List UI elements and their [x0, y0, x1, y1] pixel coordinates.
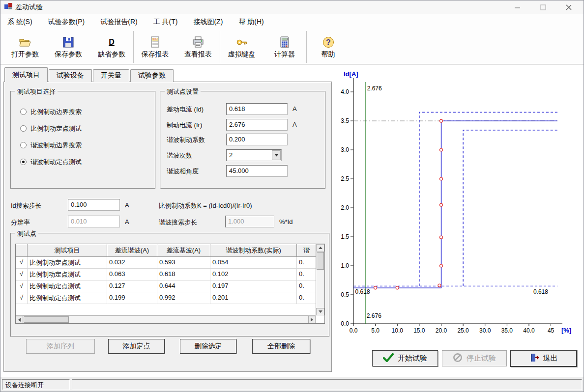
header-project[interactable]: 测试项目: [28, 244, 107, 257]
header-coefficient[interactable]: 谐波制动系数(实际): [210, 244, 297, 257]
characteristic-chart: 0.00.51.01.52.02.53.03.54.00.05.010.015.…: [336, 66, 583, 347]
exit-icon: [530, 353, 539, 364]
toolbar-button[interactable]: EXL 保存报表: [133, 31, 176, 63]
table-row[interactable]: √ 比例制动定点测试 0.199 0.992 0.201 0.: [16, 292, 324, 304]
exit-button[interactable]: 退出: [511, 350, 577, 366]
row-check[interactable]: √: [16, 269, 28, 280]
id-step-label: Id搜索步长: [11, 201, 42, 210]
row-check[interactable]: √: [16, 280, 28, 292]
cell-coefficient: 0.054: [210, 257, 297, 268]
start-test-button[interactable]: 开始试验: [372, 350, 438, 366]
svg-text:2.0: 2.0: [341, 204, 349, 211]
tab[interactable]: 试验设备: [49, 69, 92, 82]
diff-current-input[interactable]: 0.618: [226, 103, 288, 115]
restraint-current-input[interactable]: 2.676: [226, 119, 288, 131]
cell-coefficient: 0.197: [210, 280, 297, 292]
tab[interactable]: 试验参数: [130, 69, 174, 82]
field-label: 差动电流 (Id): [167, 105, 204, 114]
status-bar: 设备连接断开: [0, 377, 584, 392]
header-fundamental[interactable]: 差流基波(A): [157, 244, 210, 257]
cell-coefficient: 0.201: [210, 292, 297, 304]
menu-item[interactable]: 工 具(T): [153, 18, 178, 27]
header-check[interactable]: [16, 244, 28, 257]
menu-item[interactable]: 帮 助(H): [238, 18, 263, 27]
cell-project: 比例制动定点测试: [28, 257, 107, 268]
test-points-group: 测试点 测试项目 差流谐波(A) 差流基波(A) 谐波制动系数(实际) 谐 √ …: [10, 233, 330, 337]
close-button[interactable]: [565, 3, 573, 11]
svg-text:20.0: 20.0: [436, 327, 447, 334]
scroll-left-button[interactable]: [16, 316, 23, 323]
radio-icon: [20, 142, 27, 148]
svg-text:2.5: 2.5: [341, 175, 349, 182]
radio-option[interactable]: 谐波制动定点测试: [20, 157, 82, 167]
vertical-scrollbar[interactable]: [316, 244, 324, 315]
radio-icon: [20, 109, 27, 115]
table-body: √ 比例制动定点测试 0.032 0.593 0.054 0. √ 比例制动定点…: [16, 257, 324, 304]
svg-text:0.0: 0.0: [341, 320, 349, 327]
horizontal-scrollbar[interactable]: [16, 315, 316, 323]
stop-icon: [453, 353, 463, 364]
cell-partial: 0.: [297, 257, 317, 268]
table-row[interactable]: √ 比例制动定点测试 0.127 0.644 0.197 0.: [16, 280, 324, 292]
stop-test-button[interactable]: 停止试验: [442, 350, 507, 366]
toolbar-button[interactable]: ? 帮助: [306, 31, 350, 63]
scroll-down-button[interactable]: [316, 308, 324, 315]
table-row[interactable]: √ 比例制动定点测试 0.032 0.593 0.054 0.: [16, 257, 324, 269]
cell-harmonic: 0.063: [107, 269, 157, 280]
test-item-radio-group: 比例制动边界搜索 比例制动定点测试 谐波制动边界搜索 谐波制动定: [20, 107, 82, 167]
tab[interactable]: 测试项目: [4, 67, 48, 82]
table-row[interactable]: √ 比例制动定点测试 0.063 0.618 0.102 0.: [16, 269, 324, 280]
horizontal-scroll-thumb[interactable]: [24, 316, 69, 323]
svg-text:30.0: 30.0: [479, 327, 491, 334]
cell-fundamental: 0.593: [157, 257, 210, 268]
chevron-down-icon[interactable]: [272, 150, 281, 160]
scroll-right-button[interactable]: [308, 316, 316, 323]
resolution-input[interactable]: 0.010: [68, 216, 120, 227]
menu-item[interactable]: 系 统(S): [7, 18, 32, 27]
delete-all-button[interactable]: 全部删除: [252, 339, 310, 354]
svg-text:Id[A]: Id[A]: [344, 70, 358, 78]
view-report-icon: [192, 35, 204, 49]
add-point-button[interactable]: 添加定点: [108, 339, 165, 354]
header-harmonic[interactable]: 差流谐波(A): [107, 244, 157, 257]
field-label: 制动电流 (Ir): [167, 121, 202, 130]
toolbar-button[interactable]: 保存参数: [47, 31, 90, 63]
scroll-up-button[interactable]: [316, 244, 324, 252]
delete-selected-button[interactable]: 删除选定: [180, 339, 236, 354]
cell-fundamental: 0.992: [157, 292, 210, 304]
maximize-button[interactable]: [539, 3, 547, 11]
harmonic-coefficient-input[interactable]: 0.200: [226, 134, 288, 145]
menu-item[interactable]: 试验报告(R): [100, 18, 137, 27]
menu-item[interactable]: 接线图(Z): [193, 18, 223, 27]
harmonic-phase-input[interactable]: 45.000: [226, 165, 288, 177]
row-check[interactable]: √: [16, 257, 28, 268]
harmonic-order-select[interactable]: 2: [226, 149, 282, 161]
tab-strip: 测试项目 试验设备 开关量 试验参数: [4, 67, 175, 82]
menu-item[interactable]: 试验参数(P): [48, 18, 85, 27]
row-check[interactable]: √: [16, 292, 28, 304]
toolbar-button[interactable]: D 缺省参数: [90, 31, 133, 63]
vertical-scroll-thumb[interactable]: [317, 252, 324, 270]
toolbar-button[interactable]: 计算器: [263, 31, 306, 63]
minimize-button[interactable]: [514, 3, 522, 11]
group-title: 测试点设置: [165, 87, 201, 96]
toolbar-button[interactable]: 查看报表: [176, 31, 220, 63]
toolbar-button[interactable]: 虚拟键盘: [220, 31, 263, 63]
menu-bar: 系 统(S) 试验参数(P) 试验报告(R) 工 具(T) 接线图(Z) 帮 助…: [0, 14, 584, 30]
tab[interactable]: 开关量: [93, 69, 129, 82]
window-title: 差动试验: [15, 3, 43, 12]
id-step-input[interactable]: 0.100: [68, 199, 120, 211]
svg-text:0.618: 0.618: [533, 288, 548, 295]
radio-option[interactable]: 比例制动定点测试: [20, 123, 82, 134]
toolbar-button[interactable]: 打开参数: [3, 31, 47, 63]
radio-option[interactable]: 谐波制动边界搜索: [20, 140, 82, 150]
harmonic-step-input[interactable]: 1.000: [225, 216, 274, 227]
header-partial[interactable]: 谐: [297, 244, 317, 257]
table-header-row: 测试项目 差流谐波(A) 差流基波(A) 谐波制动系数(实际) 谐: [16, 244, 324, 257]
radio-option[interactable]: 比例制动边界搜索: [20, 107, 82, 117]
window-controls: [514, 3, 584, 11]
unit-label: A: [292, 121, 297, 128]
add-sequence-button[interactable]: 添加序列: [26, 339, 95, 354]
svg-text:4.0: 4.0: [341, 88, 349, 95]
group-title: 测试点: [15, 229, 38, 238]
